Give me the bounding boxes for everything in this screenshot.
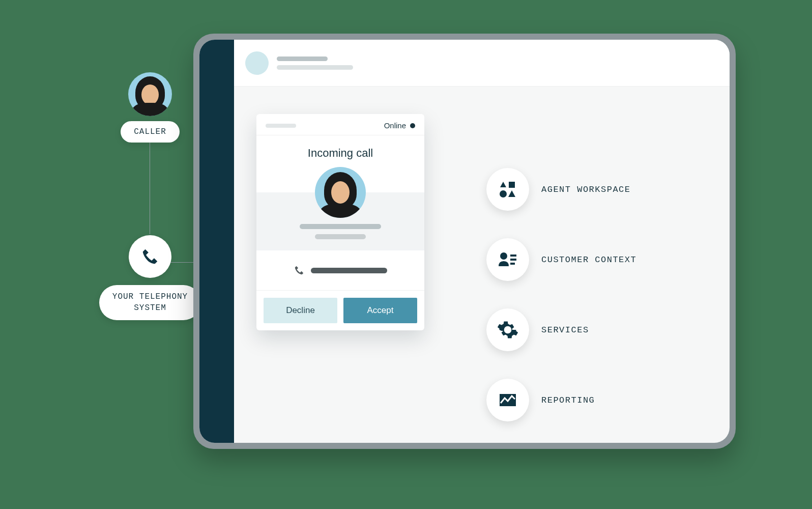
phone-icon <box>129 235 171 278</box>
svg-rect-6 <box>510 259 516 261</box>
app-header <box>234 40 730 87</box>
call-caller-avatar <box>315 167 366 218</box>
svg-marker-0 <box>500 182 506 187</box>
svg-rect-5 <box>510 254 516 257</box>
chart-icon <box>486 379 529 421</box>
incoming-call-card: Online Incoming call <box>256 114 424 330</box>
connector-line <box>150 143 150 234</box>
status-label: Online <box>384 121 406 130</box>
status-indicator: Online <box>384 121 415 130</box>
svg-point-4 <box>500 252 507 260</box>
gear-icon <box>486 308 529 351</box>
telephony-label: YOUR TELEPHONY SYSTEM <box>99 285 201 320</box>
feature-services: SERVICES <box>486 308 589 351</box>
feature-label: CUSTOMER CONTEXT <box>541 255 636 265</box>
caller-avatar <box>128 72 172 116</box>
feature-label: REPORTING <box>541 395 595 405</box>
header-avatar-placeholder <box>245 51 269 75</box>
status-dot-icon <box>410 123 415 128</box>
feature-reporting: REPORTING <box>486 379 595 421</box>
call-title: Incoming call <box>256 135 424 167</box>
svg-rect-1 <box>509 182 515 188</box>
phone-icon <box>294 265 305 276</box>
caller-label: CALLER <box>121 121 180 143</box>
svg-rect-7 <box>510 263 515 265</box>
header-text-placeholder <box>277 56 353 70</box>
accept-button[interactable]: Accept <box>343 298 417 323</box>
svg-marker-3 <box>508 190 515 197</box>
decline-button[interactable]: Decline <box>264 298 337 323</box>
shapes-icon <box>486 168 529 211</box>
feature-label: AGENT WORKSPACE <box>541 185 631 194</box>
svg-point-2 <box>500 190 507 197</box>
app-sidebar <box>199 40 234 443</box>
feature-agent-workspace: AGENT WORKSPACE <box>486 168 631 211</box>
caller-node: CALLER <box>112 72 188 143</box>
app-window: Online Incoming call <box>193 34 736 449</box>
phone-number-placeholder <box>256 250 424 291</box>
feature-customer-context: CUSTOMER CONTEXT <box>486 238 636 281</box>
telephony-node: YOUR TELEPHONY SYSTEM <box>97 235 204 320</box>
person-list-icon <box>486 238 529 281</box>
placeholder-stub <box>266 124 296 128</box>
feature-label: SERVICES <box>541 325 589 335</box>
